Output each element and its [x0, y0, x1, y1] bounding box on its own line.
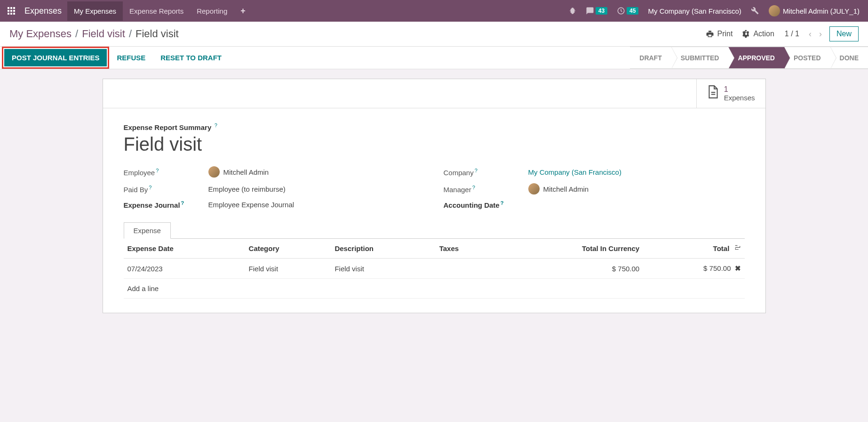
help-icon[interactable]: ? [501, 200, 504, 206]
svg-rect-4 [10, 10, 12, 12]
status-draft[interactable]: DRAFT [630, 47, 671, 69]
field-expense-journal: Expense Journal? Employee Expense Journa… [124, 200, 425, 209]
activities-icon[interactable]: 45 [612, 3, 643, 19]
apps-menu-icon[interactable] [4, 3, 19, 18]
form-sheet: 1 Expenses Expense Report Summary ? Fiel… [103, 79, 766, 313]
action-bar: POST JOURNAL ENTRIES REFUSE RESET TO DRA… [0, 47, 868, 69]
user-name: Mitchell Admin (JULY_1) [783, 7, 860, 15]
expense-table: Expense Date Category Description Taxes … [124, 239, 745, 299]
user-avatar-icon [769, 5, 780, 16]
record-title[interactable]: Field visit [124, 134, 745, 155]
svg-rect-2 [13, 7, 15, 9]
print-button[interactable]: Print [706, 30, 733, 38]
status-bar: DRAFT SUBMITTED APPROVED POSTED DONE [630, 47, 868, 69]
pager-prev[interactable]: ‹ [805, 27, 815, 41]
breadcrumb: My Expenses / Field visit / Field visit [9, 28, 701, 40]
col-taxes[interactable]: Taxes [436, 239, 497, 259]
control-bar: My Expenses / Field visit / Field visit … [0, 22, 868, 47]
breadcrumb-current: Field visit [135, 28, 179, 40]
refuse-button[interactable]: REFUSE [109, 49, 153, 66]
stat-count: 1 [724, 85, 755, 94]
expenses-stat-button[interactable]: 1 Expenses [696, 79, 765, 108]
delete-row-icon[interactable]: ✖ [731, 264, 741, 272]
col-category[interactable]: Category [245, 239, 331, 259]
action-menu[interactable]: Action [742, 30, 774, 38]
tab-expense[interactable]: Expense [124, 222, 171, 239]
svg-rect-8 [13, 13, 15, 15]
help-icon[interactable]: ? [181, 200, 184, 206]
svg-rect-3 [8, 10, 9, 12]
messages-badge: 43 [596, 7, 607, 15]
field-employee: Employee? Mitchell Admin [124, 166, 425, 178]
svg-rect-7 [10, 13, 12, 15]
status-submitted[interactable]: SUBMITTED [671, 47, 729, 69]
debug-icon[interactable] [564, 3, 581, 18]
nav-new-icon[interactable]: + [234, 0, 252, 22]
add-line-button[interactable]: Add a line [124, 279, 745, 299]
company-switcher[interactable]: My Company (San Francisco) [643, 3, 746, 19]
messages-icon[interactable]: 43 [581, 3, 612, 19]
field-company: Company? My Company (San Francisco) [444, 166, 745, 178]
svg-rect-5 [13, 10, 15, 12]
post-journal-entries-button[interactable]: POST JOURNAL ENTRIES [4, 49, 107, 66]
field-paid-by: Paid By? Employee (to reimburse) [124, 183, 425, 195]
document-icon [707, 85, 719, 102]
field-accounting-date: Accounting Date? [444, 200, 745, 209]
col-description[interactable]: Description [331, 239, 435, 259]
tools-icon[interactable] [746, 3, 764, 19]
col-total-currency[interactable]: Total In Currency [496, 239, 643, 259]
avatar-icon [528, 183, 540, 195]
help-icon[interactable]: ? [156, 168, 159, 173]
activities-badge: 45 [627, 7, 638, 15]
top-navbar: Expenses My Expenses Expense Reports Rep… [0, 0, 868, 22]
app-brand[interactable]: Expenses [19, 6, 67, 16]
status-approved[interactable]: APPROVED [728, 47, 784, 69]
svg-rect-6 [8, 13, 9, 15]
table-row[interactable]: 07/24/2023 Field visit Field visit $ 750… [124, 259, 745, 279]
stat-label: Expenses [724, 94, 755, 102]
breadcrumb-parent[interactable]: Field visit [82, 28, 125, 40]
svg-rect-0 [8, 7, 9, 9]
col-total[interactable]: Total [643, 239, 744, 259]
adjust-columns-icon[interactable] [729, 244, 741, 252]
field-manager: Manager? Mitchell Admin [444, 183, 745, 195]
new-button[interactable]: New [829, 26, 859, 41]
status-posted[interactable]: POSTED [784, 47, 830, 69]
help-icon[interactable]: ? [475, 168, 478, 173]
help-icon[interactable]: ? [149, 185, 151, 190]
avatar-icon [208, 166, 220, 178]
summary-label: Expense Report Summary [124, 123, 212, 131]
pager-next[interactable]: › [815, 27, 826, 41]
pager[interactable]: 1 / 1 [785, 30, 799, 38]
highlight-box: POST JOURNAL ENTRIES [2, 47, 109, 69]
svg-rect-1 [10, 7, 12, 9]
nav-reporting[interactable]: Reporting [190, 1, 234, 21]
breadcrumb-root[interactable]: My Expenses [9, 28, 72, 40]
help-icon[interactable]: ? [472, 185, 475, 190]
nav-expense-reports[interactable]: Expense Reports [123, 1, 190, 21]
user-menu[interactable]: Mitchell Admin (JULY_1) [764, 1, 864, 20]
reset-to-draft-button[interactable]: RESET TO DRAFT [153, 49, 229, 66]
help-icon[interactable]: ? [215, 122, 217, 128]
nav-my-expenses[interactable]: My Expenses [67, 1, 123, 21]
col-expense-date[interactable]: Expense Date [124, 239, 245, 259]
